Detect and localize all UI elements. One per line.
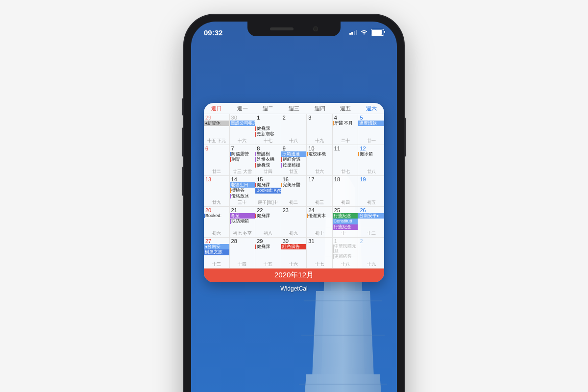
calendar-day-cell[interactable]: 30紅色廣告十六 bbox=[281, 238, 307, 269]
calendar-day-cell[interactable]: 24優渥實木初十 bbox=[307, 207, 333, 238]
weekday-label: 週一 bbox=[230, 103, 256, 114]
calendar-event[interactable]: 重設公司帳戶週期性 bbox=[230, 121, 256, 126]
calendar-day-cell[interactable]: 30重設公司帳戶週期性十六 bbox=[230, 114, 256, 145]
calendar-event[interactable]: 更新痞客 bbox=[255, 131, 281, 137]
day-number: 1 bbox=[255, 114, 281, 121]
calendar-day-cell[interactable]: 15健身課Booked: Kyclin kycli庚子[鼠]十 bbox=[255, 176, 281, 207]
calendar-day-cell[interactable]: 23初九 bbox=[281, 207, 307, 238]
calendar-day-cell[interactable]: 8聖誕樹洗烘衣機健身課廿四 bbox=[255, 145, 281, 176]
calendar-day-cell[interactable]: 18初四 bbox=[333, 176, 359, 207]
calendar-day-cell[interactable]: 2十八 bbox=[281, 114, 307, 145]
calendar-event[interactable]: 樹屋文旅 bbox=[204, 249, 230, 255]
day-number: 11 bbox=[333, 145, 358, 151]
calendar-event[interactable]: 阿儒露營 bbox=[230, 151, 255, 157]
calendar-day-cell[interactable]: 29◂新豐休十五 下元 bbox=[204, 114, 230, 145]
calendar-day-cell[interactable]: 6廿二 bbox=[204, 145, 230, 176]
calendar-event[interactable] bbox=[281, 188, 307, 193]
calendar-day-cell[interactable]: 13廿九 bbox=[204, 176, 230, 207]
calendar-event[interactable]: 行憲紀念 bbox=[333, 213, 358, 219]
day-number: 20 bbox=[204, 207, 229, 213]
calendar-day-cell[interactable]: 14老婆生日櫻桃谷優格放冰三十 bbox=[230, 176, 256, 207]
lunar-date: 廿九 bbox=[204, 199, 229, 206]
calendar-event[interactable]: 健身課 bbox=[255, 213, 281, 219]
calendar-day-cell[interactable]: 27◂台南安樹屋文旅十三 bbox=[204, 238, 230, 269]
calendar-event[interactable]: ◂台南安 bbox=[204, 244, 229, 249]
calendar-day-cell[interactable]: 22健身課初八 bbox=[255, 207, 281, 238]
day-number: 2 bbox=[358, 238, 384, 244]
calendar-day-cell[interactable]: 1中華民國元旦更新痞客十八 bbox=[333, 238, 359, 269]
lunar-date: 初七 冬至 bbox=[230, 230, 255, 237]
weekday-header: 週日週一週二週三週四週五週六 bbox=[204, 103, 384, 114]
calendar-event[interactable]: 完美牙醫 bbox=[281, 182, 307, 188]
calendar-day-cell[interactable]: 5達摩請款廿一 bbox=[358, 114, 384, 145]
calendar-day-cell[interactable]: 16完美牙醫初二 bbox=[281, 176, 307, 207]
calendar-day-cell[interactable]: 26台南安平▸十二 bbox=[358, 207, 384, 238]
calendar-event[interactable]: 達摩請款 bbox=[358, 121, 384, 126]
calendar-event[interactable]: 健身課 bbox=[255, 182, 281, 188]
calendar-event[interactable]: 刺青 bbox=[230, 157, 255, 162]
calendar-event[interactable]: 健身課 bbox=[255, 163, 281, 168]
calendar-event[interactable]: 冰箱送達 bbox=[281, 151, 307, 157]
calendar-event[interactable]: 優格放冰 bbox=[230, 194, 255, 199]
calendar-day-cell[interactable]: 7阿儒露營刺青廿三 大雪 bbox=[230, 145, 256, 176]
calendar-day-cell[interactable]: 31十七 bbox=[307, 238, 333, 269]
calendar-event[interactable]: 更新痞客 bbox=[333, 254, 358, 259]
lunar-date: 庚子[鼠]十 bbox=[255, 199, 281, 206]
calendar-event[interactable]: 電視移機 bbox=[307, 151, 332, 157]
day-number: 8 bbox=[255, 145, 281, 151]
calendar-event[interactable]: ◂新豐休 bbox=[204, 121, 229, 126]
calendar-event[interactable]: 取防潮箱 bbox=[230, 219, 255, 224]
calendar-event[interactable]: 健身課 bbox=[255, 126, 281, 131]
calendar-event[interactable]: 老婆生日 bbox=[230, 182, 255, 188]
calendar-event[interactable]: 健身課 bbox=[255, 244, 281, 249]
calendar-day-cell[interactable]: 9冰箱送達網紅會議按摩椅揚廿五 bbox=[281, 145, 307, 176]
calendar-event[interactable]: Constituti bbox=[333, 219, 358, 224]
calendar-day-cell[interactable]: 28十四 bbox=[230, 238, 256, 269]
lunar-date: 初六 bbox=[204, 230, 229, 237]
calendar-grid[interactable]: 29◂新豐休十五 下元30重設公司帳戶週期性十六1健身課更新痞客十七2十八3十九… bbox=[204, 114, 384, 269]
calendar-event[interactable]: Booked: Kyclin kycli bbox=[255, 188, 281, 193]
calendar-day-cell[interactable]: 25行憲紀念Constituti行憲紀念十一 bbox=[333, 207, 359, 238]
calendar-day-cell[interactable]: 2十九 bbox=[358, 238, 384, 269]
calendar-day-cell[interactable]: 21冬至取防潮箱初七 冬至 bbox=[230, 207, 256, 238]
calendar-day-cell[interactable]: 10電視移機廿六 bbox=[307, 145, 333, 176]
calendar-event[interactable]: 行憲紀念 bbox=[333, 224, 358, 230]
calendar-day-cell[interactable]: 3十九 bbox=[307, 114, 333, 145]
battery-icon bbox=[371, 29, 384, 36]
calendar-event[interactable]: 優渥實木 bbox=[307, 213, 332, 219]
calendar-day-cell[interactable]: 4牙醫 不月二十 bbox=[333, 114, 359, 145]
calendar-event[interactable]: 聖誕樹 bbox=[255, 151, 281, 157]
calendar-event[interactable] bbox=[255, 121, 281, 126]
calendar-event[interactable]: Booked: bbox=[204, 213, 229, 219]
calendar-event[interactable] bbox=[230, 244, 255, 249]
calendar-widget[interactable]: 週日週一週二週三週四週五週六 29◂新豐休十五 下元30重設公司帳戶週期性十六1… bbox=[204, 103, 384, 282]
calendar-day-cell[interactable]: 1健身課更新痞客十七 bbox=[255, 114, 281, 145]
calendar-event[interactable]: 紅色廣告 bbox=[281, 244, 307, 249]
calendar-event[interactable]: 網紅會議 bbox=[281, 157, 307, 162]
calendar-day-cell[interactable]: 29健身課十五 bbox=[255, 238, 281, 269]
day-number: 30 bbox=[281, 238, 307, 244]
lunar-date: 十六 bbox=[230, 138, 255, 145]
day-number: 31 bbox=[307, 238, 332, 244]
calendar-event[interactable]: 台南安平▸ bbox=[358, 213, 384, 219]
calendar-event[interactable]: 牙醫 不月 bbox=[333, 121, 358, 126]
weekday-label: 週六 bbox=[358, 103, 384, 114]
lunar-date: 廿七 bbox=[333, 169, 358, 175]
lunar-date: 十五 下元 bbox=[204, 138, 229, 145]
calendar-event[interactable]: 冬至 bbox=[230, 213, 255, 219]
calendar-day-cell[interactable]: 11廿七 bbox=[333, 145, 359, 176]
weekday-label: 週二 bbox=[255, 103, 281, 114]
calendar-event[interactable]: 櫻桃谷 bbox=[230, 188, 255, 193]
lunar-date: 十二 bbox=[358, 230, 384, 237]
calendar-day-cell[interactable]: 19初五 bbox=[358, 176, 384, 207]
day-number: 13 bbox=[204, 176, 229, 182]
calendar-day-cell[interactable]: 20Booked:初六 bbox=[204, 207, 230, 238]
calendar-event[interactable]: 洗烘衣機 bbox=[255, 157, 281, 162]
calendar-event[interactable]: 搬冰箱 bbox=[358, 151, 384, 157]
calendar-event[interactable]: 按摩椅揚 bbox=[281, 163, 307, 168]
weekday-label: 週四 bbox=[307, 103, 333, 114]
day-number: 15 bbox=[255, 176, 281, 182]
calendar-day-cell[interactable]: 17初三 bbox=[307, 176, 333, 207]
calendar-day-cell[interactable]: 12搬冰箱廿八 bbox=[358, 145, 384, 176]
calendar-event[interactable]: 中華民國元旦 bbox=[333, 244, 358, 254]
